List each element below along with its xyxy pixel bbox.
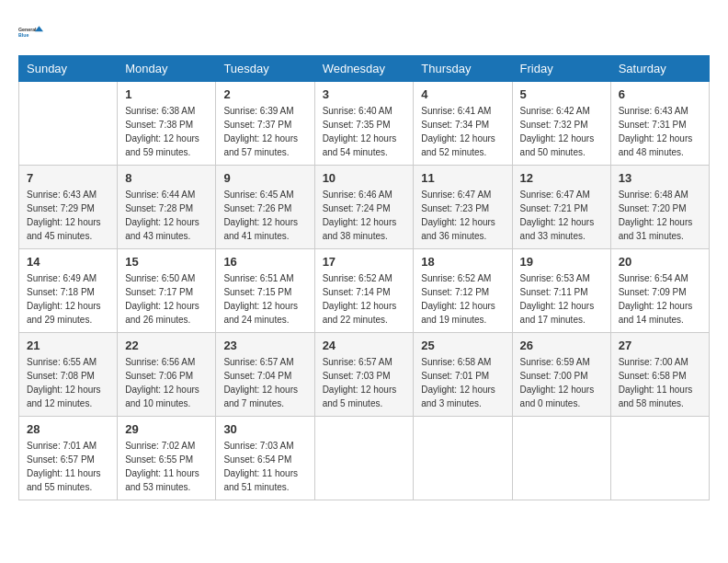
day-info: Sunrise: 6:48 AMSunset: 7:20 PMDaylight:…: [619, 188, 701, 243]
day-number: 20: [619, 255, 701, 269]
calendar-cell: 10Sunrise: 6:46 AMSunset: 7:24 PMDayligh…: [314, 166, 414, 249]
calendar-cell: [512, 417, 610, 500]
day-number: 13: [619, 171, 701, 185]
day-info: Sunrise: 6:38 AMSunset: 7:38 PMDaylight:…: [125, 104, 208, 159]
day-info: Sunrise: 6:50 AMSunset: 7:17 PMDaylight:…: [125, 271, 208, 327]
svg-text:Blue: Blue: [18, 32, 28, 38]
calendar-cell: [610, 417, 709, 500]
logo: GeneralBlue: [18, 18, 46, 46]
day-number: 17: [323, 255, 406, 269]
logo-icon: GeneralBlue: [18, 18, 46, 46]
day-info: Sunrise: 6:45 AMSunset: 7:26 PMDaylight:…: [223, 188, 306, 243]
calendar-table: SundayMondayTuesdayWednesdayThursdayFrid…: [18, 55, 710, 500]
week-row-1: 7Sunrise: 6:43 AMSunset: 7:29 PMDaylight…: [19, 166, 710, 249]
day-number: 23: [223, 339, 306, 352]
day-info: Sunrise: 7:02 AMSunset: 6:55 PMDaylight:…: [125, 439, 208, 494]
day-number: 5: [520, 87, 603, 101]
day-info: Sunrise: 6:57 AMSunset: 7:04 PMDaylight:…: [223, 355, 306, 410]
day-info: Sunrise: 7:00 AMSunset: 6:58 PMDaylight:…: [619, 355, 701, 410]
day-number: 4: [421, 87, 504, 101]
calendar-cell: 22Sunrise: 6:56 AMSunset: 7:06 PMDayligh…: [118, 333, 216, 417]
day-info: Sunrise: 6:58 AMSunset: 7:01 PMDaylight:…: [421, 355, 504, 410]
calendar-cell: 18Sunrise: 6:52 AMSunset: 7:12 PMDayligh…: [414, 249, 512, 333]
day-number: 24: [323, 339, 406, 352]
day-number: 9: [223, 171, 306, 185]
day-number: 30: [223, 422, 306, 436]
day-info: Sunrise: 6:40 AMSunset: 7:35 PMDaylight:…: [323, 104, 406, 159]
calendar-cell: 25Sunrise: 6:58 AMSunset: 7:01 PMDayligh…: [414, 333, 512, 417]
header-cell-thursday: Thursday: [414, 56, 512, 82]
day-info: Sunrise: 6:43 AMSunset: 7:29 PMDaylight:…: [27, 188, 109, 243]
day-number: 6: [619, 87, 701, 101]
week-row-2: 14Sunrise: 6:49 AMSunset: 7:18 PMDayligh…: [19, 249, 710, 333]
calendar-cell: 28Sunrise: 7:01 AMSunset: 6:57 PMDayligh…: [19, 417, 118, 500]
calendar-cell: 29Sunrise: 7:02 AMSunset: 6:55 PMDayligh…: [118, 417, 216, 500]
day-info: Sunrise: 6:47 AMSunset: 7:21 PMDaylight:…: [520, 188, 603, 243]
day-info: Sunrise: 6:44 AMSunset: 7:28 PMDaylight:…: [125, 188, 208, 243]
header-cell-sunday: Sunday: [19, 56, 118, 82]
calendar-cell: 11Sunrise: 6:47 AMSunset: 7:23 PMDayligh…: [414, 166, 512, 249]
day-info: Sunrise: 6:57 AMSunset: 7:03 PMDaylight:…: [323, 355, 406, 410]
calendar-cell: 5Sunrise: 6:42 AMSunset: 7:32 PMDaylight…: [512, 82, 610, 166]
day-info: Sunrise: 6:43 AMSunset: 7:31 PMDaylight:…: [619, 104, 701, 159]
day-number: 16: [223, 255, 306, 269]
calendar-cell: 26Sunrise: 6:59 AMSunset: 7:00 PMDayligh…: [512, 333, 610, 417]
calendar-cell: 20Sunrise: 6:54 AMSunset: 7:09 PMDayligh…: [610, 249, 709, 333]
calendar-cell: 17Sunrise: 6:52 AMSunset: 7:14 PMDayligh…: [314, 249, 414, 333]
calendar-cell: 12Sunrise: 6:47 AMSunset: 7:21 PMDayligh…: [512, 166, 610, 249]
header-cell-wednesday: Wednesday: [314, 56, 414, 82]
calendar-cell: 1Sunrise: 6:38 AMSunset: 7:38 PMDaylight…: [118, 82, 216, 166]
day-number: 26: [520, 339, 603, 352]
day-info: Sunrise: 6:52 AMSunset: 7:14 PMDaylight:…: [323, 271, 406, 327]
header-cell-saturday: Saturday: [610, 56, 709, 82]
day-info: Sunrise: 7:01 AMSunset: 6:57 PMDaylight:…: [27, 439, 109, 494]
day-number: 1: [125, 87, 208, 101]
calendar-cell: 3Sunrise: 6:40 AMSunset: 7:35 PMDaylight…: [314, 82, 414, 166]
calendar-cell: 8Sunrise: 6:44 AMSunset: 7:28 PMDaylight…: [118, 166, 216, 249]
day-number: 18: [421, 255, 504, 269]
day-info: Sunrise: 6:47 AMSunset: 7:23 PMDaylight:…: [421, 188, 504, 243]
day-info: Sunrise: 6:51 AMSunset: 7:15 PMDaylight:…: [223, 271, 306, 327]
day-info: Sunrise: 6:41 AMSunset: 7:34 PMDaylight:…: [421, 104, 504, 159]
day-number: 19: [520, 255, 603, 269]
day-number: 3: [323, 87, 406, 101]
day-number: 7: [27, 171, 109, 185]
calendar-cell: [314, 417, 414, 500]
day-info: Sunrise: 6:59 AMSunset: 7:00 PMDaylight:…: [520, 355, 603, 410]
calendar-cell: 6Sunrise: 6:43 AMSunset: 7:31 PMDaylight…: [610, 82, 709, 166]
day-number: 14: [27, 255, 109, 269]
calendar-cell: 23Sunrise: 6:57 AMSunset: 7:04 PMDayligh…: [216, 333, 314, 417]
calendar-cell: 16Sunrise: 6:51 AMSunset: 7:15 PMDayligh…: [216, 249, 314, 333]
header-cell-tuesday: Tuesday: [216, 56, 314, 82]
day-info: Sunrise: 6:42 AMSunset: 7:32 PMDaylight:…: [520, 104, 603, 159]
day-number: 8: [125, 171, 208, 185]
day-info: Sunrise: 6:55 AMSunset: 7:08 PMDaylight:…: [27, 355, 109, 410]
header-cell-monday: Monday: [118, 56, 216, 82]
header-cell-friday: Friday: [512, 56, 610, 82]
calendar-cell: 2Sunrise: 6:39 AMSunset: 7:37 PMDaylight…: [216, 82, 314, 166]
week-row-4: 28Sunrise: 7:01 AMSunset: 6:57 PMDayligh…: [19, 417, 710, 500]
day-number: 11: [421, 171, 504, 185]
calendar-cell: 7Sunrise: 6:43 AMSunset: 7:29 PMDaylight…: [19, 166, 118, 249]
day-number: 10: [323, 171, 406, 185]
page-header: GeneralBlue: [18, 18, 710, 46]
day-info: Sunrise: 7:03 AMSunset: 6:54 PMDaylight:…: [223, 439, 306, 494]
calendar-cell: [19, 82, 118, 166]
svg-text:General: General: [18, 27, 37, 32]
calendar-cell: 4Sunrise: 6:41 AMSunset: 7:34 PMDaylight…: [414, 82, 512, 166]
day-number: 2: [223, 87, 306, 101]
day-number: 29: [125, 422, 208, 436]
day-number: 21: [27, 339, 109, 352]
header-row: SundayMondayTuesdayWednesdayThursdayFrid…: [19, 56, 710, 82]
day-number: 22: [125, 339, 208, 352]
day-info: Sunrise: 6:52 AMSunset: 7:12 PMDaylight:…: [421, 271, 504, 327]
day-number: 12: [520, 171, 603, 185]
day-info: Sunrise: 6:56 AMSunset: 7:06 PMDaylight:…: [125, 355, 208, 410]
calendar-cell: 27Sunrise: 7:00 AMSunset: 6:58 PMDayligh…: [610, 333, 709, 417]
calendar-cell: 21Sunrise: 6:55 AMSunset: 7:08 PMDayligh…: [19, 333, 118, 417]
day-info: Sunrise: 6:54 AMSunset: 7:09 PMDaylight:…: [619, 271, 701, 327]
day-info: Sunrise: 6:46 AMSunset: 7:24 PMDaylight:…: [323, 188, 406, 243]
day-info: Sunrise: 6:39 AMSunset: 7:37 PMDaylight:…: [223, 104, 306, 159]
day-number: 15: [125, 255, 208, 269]
day-number: 25: [421, 339, 504, 352]
